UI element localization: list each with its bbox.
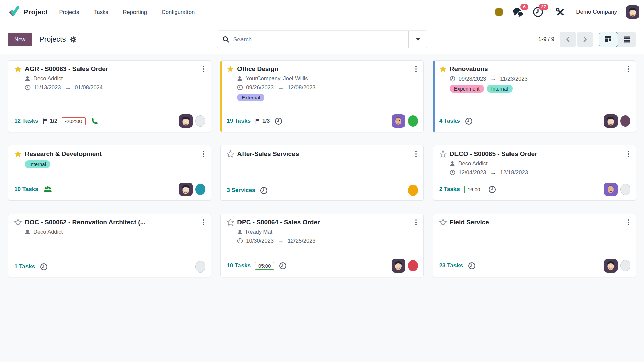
gear-icon[interactable]: [70, 36, 76, 43]
project-card-deco-s00065[interactable]: DECO - S00065 - Sales Order Deco Addict …: [433, 145, 636, 201]
task-count[interactable]: 2 Tasks: [439, 186, 460, 193]
search-bar[interactable]: [217, 31, 427, 48]
phone-icon[interactable]: [91, 117, 98, 125]
favorite-star-icon[interactable]: [227, 150, 234, 158]
pager-next-button[interactable]: [577, 32, 593, 47]
project-title[interactable]: DECO - S00065 - Sales Order: [450, 150, 623, 158]
project-status-dot[interactable]: [408, 115, 418, 127]
project-status-dot[interactable]: [620, 115, 630, 127]
task-count[interactable]: 1 Tasks: [14, 263, 35, 270]
project-status-dot[interactable]: [195, 184, 205, 195]
menu-reporting[interactable]: Reporting: [123, 9, 147, 15]
tag-internal: Internal: [25, 160, 50, 168]
project-card-agr-s00063[interactable]: AGR - S00063 - Sales Order Deco Addict 1…: [8, 60, 211, 132]
project-card-doc-s00062[interactable]: DOC - S00062 - Renovation Architect (...…: [8, 214, 211, 277]
presence-dot-icon[interactable]: [495, 8, 503, 16]
task-count[interactable]: 3 Services: [227, 187, 255, 194]
task-count[interactable]: 10 Tasks: [14, 186, 38, 193]
project-status-dot[interactable]: [195, 261, 205, 273]
task-count[interactable]: 12 Tasks: [14, 118, 38, 124]
card-menu-icon[interactable]: [201, 65, 205, 73]
assignee-avatar[interactable]: [179, 114, 193, 128]
partner-line: Deco Addict: [25, 229, 205, 235]
person-icon: [237, 76, 243, 81]
project-status-dot[interactable]: [195, 115, 205, 127]
user-avatar[interactable]: [626, 5, 639, 19]
tools-icon[interactable]: [554, 7, 566, 17]
project-title[interactable]: DPC - S00064 - Sales Order: [237, 218, 411, 226]
assignee-avatar[interactable]: [604, 259, 618, 273]
card-menu-icon[interactable]: [626, 218, 630, 226]
assignee-avatar[interactable]: [604, 183, 618, 196]
favorite-star-icon[interactable]: [439, 150, 447, 158]
timesheet-clock-icon[interactable]: [468, 262, 476, 270]
search-dropdown-toggle[interactable]: [408, 31, 427, 48]
timesheet-clock-icon[interactable]: [260, 187, 268, 194]
assignee-avatar[interactable]: [179, 183, 193, 196]
project-title[interactable]: Office Design: [237, 65, 411, 73]
favorite-star-icon[interactable]: [439, 65, 447, 73]
card-menu-icon[interactable]: [414, 65, 418, 73]
menu-tasks[interactable]: Tasks: [94, 9, 108, 15]
project-title[interactable]: Field Service: [450, 218, 623, 226]
milestone-flag: 1/2: [43, 118, 57, 124]
project-title[interactable]: After-Sales Services: [237, 150, 411, 158]
task-count[interactable]: 4 Tasks: [439, 118, 460, 124]
arrow-right-icon: →: [65, 84, 71, 91]
activities-icon[interactable]: 27: [532, 7, 544, 17]
card-menu-icon[interactable]: [201, 218, 205, 226]
menu-configuration[interactable]: Configuration: [162, 9, 195, 15]
favorite-star-icon[interactable]: [14, 219, 22, 226]
project-status-dot[interactable]: [408, 260, 418, 272]
systray: 6 27 Demo Company: [495, 5, 639, 19]
collaborators-icon[interactable]: [43, 186, 52, 193]
partner-line: Deco Addict: [450, 160, 630, 167]
assignee-avatar[interactable]: [392, 114, 405, 128]
messages-icon[interactable]: 6: [512, 7, 524, 17]
project-title[interactable]: AGR - S00063 - Sales Order: [25, 65, 198, 73]
new-button[interactable]: New: [8, 33, 32, 46]
favorite-star-icon[interactable]: [14, 150, 22, 158]
task-count[interactable]: 23 Tasks: [439, 262, 463, 269]
card-menu-icon[interactable]: [414, 218, 418, 226]
search-input[interactable]: [233, 36, 408, 43]
card-menu-icon[interactable]: [414, 150, 418, 158]
list-view-button[interactable]: [617, 32, 636, 47]
app-brand[interactable]: Project: [8, 5, 48, 19]
favorite-star-icon[interactable]: [227, 219, 234, 226]
project-card-office-design[interactable]: Office Design YourCompany, Joel Willis 0…: [220, 60, 423, 132]
task-count[interactable]: 19 Tasks: [227, 118, 251, 124]
menu-projects[interactable]: Projects: [59, 9, 79, 15]
task-count[interactable]: 10 Tasks: [227, 262, 251, 269]
favorite-star-icon[interactable]: [14, 65, 22, 73]
project-status-dot[interactable]: [408, 185, 418, 196]
project-card-dpc-s00064[interactable]: DPC - S00064 - Sales Order Ready Mat 10/…: [220, 214, 423, 277]
chevron-down-icon: [416, 38, 420, 41]
arrow-right-icon: →: [278, 237, 284, 244]
timesheet-clock-icon[interactable]: [465, 117, 473, 125]
clock-icon: [450, 76, 455, 82]
project-card-renovations[interactable]: Renovations 09/28/2023→11/23/2023 Experi…: [433, 60, 636, 132]
timesheet-clock-icon[interactable]: [275, 117, 282, 125]
project-card-research-development[interactable]: Research & Development Internal 10 Tasks: [8, 145, 211, 201]
project-card-after-sales-services[interactable]: After-Sales Services 3 Services: [220, 145, 423, 201]
assignee-avatar[interactable]: [604, 114, 618, 128]
card-menu-icon[interactable]: [626, 65, 630, 73]
kanban-view-button[interactable]: [599, 32, 618, 47]
timesheet-clock-icon[interactable]: [279, 262, 287, 270]
company-switcher[interactable]: Demo Company: [576, 9, 617, 15]
timesheet-clock-icon[interactable]: [488, 186, 496, 193]
project-status-dot[interactable]: [620, 184, 630, 195]
timesheet-clock-icon[interactable]: [40, 263, 48, 271]
card-menu-icon[interactable]: [201, 150, 205, 158]
pager-previous-button[interactable]: [560, 32, 576, 47]
project-status-dot[interactable]: [620, 260, 630, 272]
project-card-field-service[interactable]: Field Service 23 Tasks: [433, 214, 636, 277]
card-menu-icon[interactable]: [626, 150, 630, 158]
project-title[interactable]: Renovations: [450, 65, 623, 73]
assignee-avatar[interactable]: [392, 259, 405, 273]
favorite-star-icon[interactable]: [439, 219, 447, 226]
favorite-star-icon[interactable]: [227, 65, 234, 73]
project-title[interactable]: DOC - S00062 - Renovation Architect (...: [25, 218, 198, 226]
project-title[interactable]: Research & Development: [25, 150, 198, 158]
